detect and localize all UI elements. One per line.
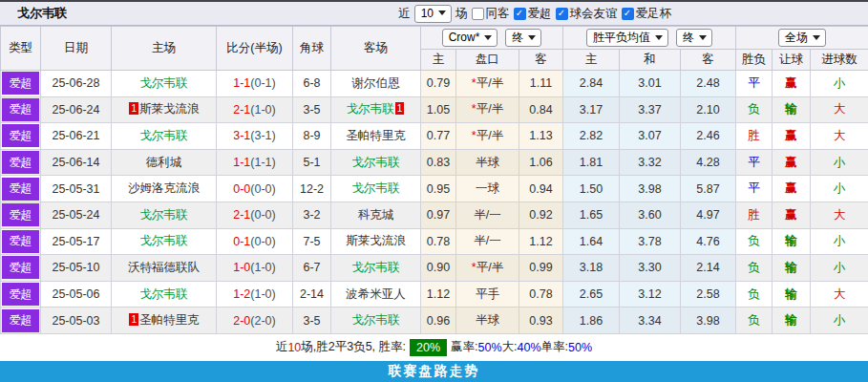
team-name[interactable]: 戈尔韦联 bbox=[352, 156, 400, 169]
ah-state-select[interactable]: 终 bbox=[505, 29, 541, 47]
goals-result: 小 bbox=[811, 176, 868, 202]
home-team: 德利城 bbox=[112, 149, 217, 176]
league-type-cell: 爱超 bbox=[1, 281, 41, 308]
games-count-select[interactable]: 10 bbox=[414, 5, 452, 23]
odds-draw: 3.12 bbox=[620, 281, 681, 308]
score-cell: 2-1(1-0) bbox=[217, 96, 293, 123]
away-team: 波希米亚人 bbox=[331, 281, 421, 308]
wdl-result: 负 bbox=[736, 228, 773, 255]
match-date: 25-05-24 bbox=[41, 202, 112, 228]
wdl-result: 平 bbox=[736, 149, 773, 176]
league-checkbox[interactable]: ✓ bbox=[514, 8, 526, 20]
odds-away: 5.87 bbox=[681, 176, 736, 202]
table-row: 爱超25-06-21戈尔韦联3-1(3-1)8-9圣帕特里克0.77*平/半1.… bbox=[1, 123, 868, 150]
winrate-badge: 20% bbox=[410, 339, 447, 356]
team-name[interactable]: 科克城 bbox=[358, 208, 394, 222]
near-label: 近 bbox=[398, 6, 411, 22]
team-name[interactable]: 圣帕特里克 bbox=[346, 129, 406, 142]
wdl-result: 平 bbox=[736, 71, 773, 97]
score-cell: 0-0(0-0) bbox=[217, 176, 293, 202]
wdl-result: 负 bbox=[736, 308, 773, 334]
ah-line: 半球 bbox=[456, 149, 519, 176]
away-team: 戈尔韦联 bbox=[331, 308, 421, 334]
wdl-result: 平 bbox=[736, 176, 773, 202]
col-header-home: 主场 bbox=[112, 27, 217, 71]
league-badge[interactable]: 爱超 bbox=[2, 98, 39, 121]
team-name[interactable]: 戈尔韦联 bbox=[352, 181, 400, 195]
team-name[interactable]: 戈尔韦联 bbox=[352, 261, 400, 274]
score-cell: 0-1(0-0) bbox=[217, 228, 293, 255]
team-name[interactable]: 戈尔韦联 bbox=[140, 234, 188, 247]
league-type-cell: 爱超 bbox=[1, 71, 41, 97]
goals-result: 大 bbox=[811, 96, 868, 123]
odds-home: 1.65 bbox=[563, 202, 620, 228]
friendly-checkbox-label: 球会友谊 bbox=[570, 6, 618, 22]
away-team: 戈尔韦联 bbox=[331, 255, 421, 282]
chevron-down-icon bbox=[484, 35, 492, 40]
goals-result: 小 bbox=[811, 255, 868, 282]
odds-draw: 3.01 bbox=[620, 71, 681, 97]
ah-home-odds: 0.95 bbox=[421, 176, 456, 202]
team-name[interactable]: 沙姆洛克流浪 bbox=[128, 181, 200, 195]
ah-away-odds: 1.12 bbox=[519, 228, 563, 255]
away-team: 戈尔韦联 bbox=[331, 149, 421, 176]
halftime-score: (1-0) bbox=[250, 287, 275, 301]
red-card-badge: 1 bbox=[395, 102, 405, 115]
league-type-cell: 爱超 bbox=[1, 96, 41, 123]
league-badge[interactable]: 爱超 bbox=[2, 283, 39, 306]
friendly-checkbox[interactable]: ✓ bbox=[556, 8, 568, 20]
ah-home-odds: 0.97 bbox=[421, 202, 456, 228]
team-name[interactable]: 戈尔韦联 bbox=[140, 129, 188, 142]
team-name[interactable]: 戈尔韦联 bbox=[140, 208, 188, 222]
odds-home: 3.18 bbox=[563, 255, 620, 282]
subheader-wdl: 胜负 bbox=[736, 50, 773, 71]
ah-away-odds: 1.11 bbox=[519, 71, 563, 97]
team-name[interactable]: 谢尔伯恩 bbox=[352, 76, 400, 90]
odds-type-select[interactable]: 胜平负均值 bbox=[586, 29, 668, 47]
league-badge[interactable]: 爱超 bbox=[2, 124, 39, 147]
table-row: 爱超25-05-17戈尔韦联0-1(0-0)7-5斯莱戈流浪0.78半/一1.1… bbox=[1, 228, 868, 255]
match-date: 25-06-14 bbox=[41, 149, 112, 176]
odds-away: 4.76 bbox=[681, 228, 736, 255]
league-badge[interactable]: 爱超 bbox=[2, 309, 39, 332]
home-team: 戈尔韦联 bbox=[112, 281, 217, 308]
goals-result: 小 bbox=[811, 71, 868, 97]
ah-home-odds: 0.96 bbox=[421, 308, 456, 334]
league-badge[interactable]: 爱超 bbox=[2, 72, 39, 95]
league-badge[interactable]: 爱超 bbox=[2, 178, 39, 201]
league-badge[interactable]: 爱超 bbox=[2, 203, 39, 226]
team-name[interactable]: 斯莱戈流浪 bbox=[139, 102, 200, 116]
team-name[interactable]: 德利城 bbox=[146, 156, 182, 169]
cup-checkbox[interactable]: ✓ bbox=[622, 8, 634, 20]
col-header-type: 类型 bbox=[1, 27, 41, 71]
league-type-cell: 爱超 bbox=[1, 149, 41, 176]
ah-line: *平/半 bbox=[456, 255, 519, 282]
team-name[interactable]: 沃特福德联队 bbox=[128, 261, 200, 274]
team-name[interactable]: 戈尔韦联 bbox=[352, 313, 400, 327]
corners: 3-5 bbox=[293, 96, 331, 123]
handicap-result: 赢 bbox=[773, 176, 811, 202]
odds-state-select[interactable]: 终 bbox=[676, 29, 712, 47]
ah-bookmaker-select[interactable]: Crow* bbox=[442, 29, 498, 47]
odds-draw: 3.30 bbox=[620, 255, 681, 282]
odds-away: 4.28 bbox=[681, 149, 736, 176]
same-away-checkbox[interactable] bbox=[472, 8, 484, 20]
league-badge[interactable]: 爱超 bbox=[2, 151, 39, 174]
odds-draw: 3.34 bbox=[620, 308, 681, 334]
team-name[interactable]: 戈尔韦联 bbox=[347, 102, 394, 116]
corners: 2-14 bbox=[293, 281, 331, 308]
team-name[interactable]: 戈尔韦联 bbox=[140, 287, 188, 301]
subheader-ah-line: 盘口 bbox=[456, 50, 519, 71]
result-scope-select[interactable]: 全场 bbox=[778, 29, 826, 47]
team-name[interactable]: 戈尔韦联 bbox=[140, 76, 188, 90]
ah-away-odds: 0.93 bbox=[519, 308, 563, 334]
team-name[interactable]: 圣帕特里克 bbox=[139, 313, 200, 327]
league-badge[interactable]: 爱超 bbox=[2, 230, 39, 253]
score-cell: 1-0(1-0) bbox=[217, 255, 293, 282]
league-checkbox-label: 爱超 bbox=[528, 6, 552, 22]
chevron-down-icon bbox=[813, 35, 820, 40]
team-name[interactable]: 波希米亚人 bbox=[346, 287, 406, 301]
team-name[interactable]: 斯莱戈流浪 bbox=[346, 234, 406, 247]
league-type-cell: 爱超 bbox=[1, 123, 41, 150]
league-badge[interactable]: 爱超 bbox=[2, 256, 39, 279]
